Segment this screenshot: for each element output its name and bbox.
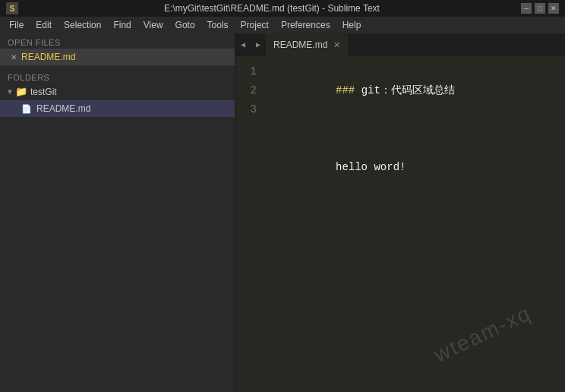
tab-close-icon[interactable]: ✕ (333, 40, 340, 50)
close-button[interactable]: ✕ (548, 3, 559, 14)
file-icon: 📄 (21, 104, 32, 114)
minimize-button[interactable]: ─ (521, 3, 532, 14)
window-title: E:\myGit\testGit\README.md (testGit) - S… (23, 3, 521, 14)
code-editor[interactable]: ### git：代码区域总结 hello word! (264, 56, 565, 392)
open-file-item[interactable]: ✕ README.md (0, 49, 235, 65)
open-files-label: OPEN FILES (0, 33, 235, 49)
code-area[interactable]: 1 2 3 ### git：代码区域总结 hello word! wteam-x… (235, 56, 565, 392)
main-layout: OPEN FILES ✕ README.md FOLDERS ▼ 📁 testG… (0, 33, 565, 392)
folder-arrow-icon: ▼ (8, 88, 12, 96)
title-bar: S E:\myGit\testGit\README.md (testGit) -… (0, 0, 565, 17)
editor: ◀ ▶ README.md ✕ 1 2 3 ### git：代码区域总结 hel… (235, 33, 565, 392)
menu-view[interactable]: View (137, 18, 169, 32)
menu-preferences[interactable]: Preferences (275, 18, 336, 32)
line-numbers: 1 2 3 (235, 56, 264, 392)
window-controls[interactable]: ─ □ ✕ (521, 3, 559, 14)
code-line-1: ### git：代码区域总结 (272, 62, 557, 120)
menu-selection[interactable]: Selection (58, 18, 107, 32)
folders-label: FOLDERS (0, 68, 235, 84)
menu-edit[interactable]: Edit (30, 18, 58, 32)
menu-bar: File Edit Selection Find View Goto Tools… (0, 17, 565, 33)
menu-find[interactable]: Find (107, 18, 137, 32)
open-file-close-icon[interactable]: ✕ (11, 53, 17, 62)
maximize-button[interactable]: □ (535, 3, 545, 14)
menu-tools[interactable]: Tools (201, 18, 235, 32)
tab-prev-button[interactable]: ◀ (235, 33, 251, 56)
tab-name: README.md (273, 40, 327, 50)
sidebar: OPEN FILES ✕ README.md FOLDERS ▼ 📁 testG… (0, 33, 235, 392)
app-icon: S (6, 2, 18, 14)
menu-goto[interactable]: Goto (169, 18, 201, 32)
editor-tab[interactable]: README.md ✕ (266, 33, 349, 56)
open-file-name: README.md (21, 52, 75, 62)
line-number-1: 1 (235, 62, 257, 81)
line-number-3: 3 (235, 100, 257, 119)
folder-name: testGit (30, 87, 57, 97)
tab-bar: ◀ ▶ README.md ✕ (235, 33, 565, 56)
folder-icon: 📁 (15, 86, 27, 98)
folder-row[interactable]: ▼ 📁 testGit (0, 84, 235, 100)
line-number-2: 2 (235, 81, 257, 100)
hash-marker: ### (336, 84, 355, 96)
code-line-2 (272, 120, 557, 139)
code-line-3: hello word! (272, 139, 557, 197)
folder-file-name: README.md (36, 103, 90, 114)
tab-next-button[interactable]: ▶ (251, 33, 266, 56)
menu-project[interactable]: Project (235, 18, 275, 32)
folders-section: FOLDERS ▼ 📁 testGit 📄 README.md (0, 68, 235, 117)
menu-help[interactable]: Help (336, 18, 368, 32)
folder-file-row[interactable]: 📄 README.md (0, 100, 235, 117)
menu-file[interactable]: File (3, 18, 30, 32)
